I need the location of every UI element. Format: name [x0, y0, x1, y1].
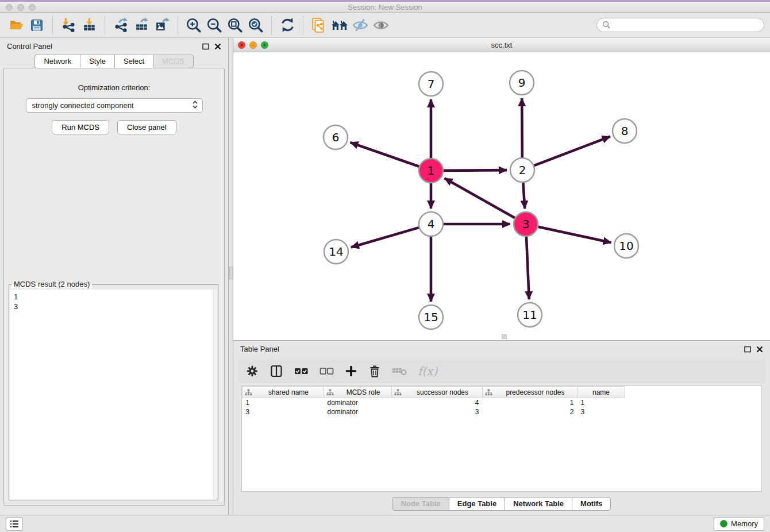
- cell-1-successor-nodes[interactable]: 3: [392, 407, 483, 417]
- open-session-button[interactable]: [6, 15, 26, 36]
- float-table-panel-icon[interactable]: [744, 346, 751, 353]
- control-panel: Control Panel NetworkStyleSelectMCDS Opt…: [0, 38, 228, 515]
- export-network-icon: [113, 17, 129, 33]
- cell-0-predecessor-nodes[interactable]: 1: [483, 398, 578, 408]
- toolbar-separator: [52, 16, 53, 34]
- mcds-result-textarea[interactable]: 1 3: [10, 290, 217, 499]
- tab-network[interactable]: Network: [34, 55, 80, 68]
- column-header-mcds-role[interactable]: MCDS role: [324, 387, 392, 398]
- add-column-plus-icon[interactable]: [345, 365, 357, 377]
- network-canvas[interactable]: 7968124314101511: [233, 52, 770, 340]
- network-hscroll-thumb[interactable]: [502, 334, 507, 339]
- cell-0-mcds-role[interactable]: dominator: [324, 398, 392, 408]
- toolbar-separator: [105, 16, 105, 34]
- select-all-checkboxes-icon[interactable]: [294, 367, 309, 376]
- network-close-icon[interactable]: ×: [238, 41, 245, 49]
- graph-edge-2-9[interactable]: [522, 98, 522, 157]
- network-minimize-icon[interactable]: −: [249, 41, 257, 49]
- panel-splitter[interactable]: [228, 38, 233, 515]
- memory-button[interactable]: Memory: [714, 517, 764, 531]
- function-builder-fx[interactable]: f(x): [418, 364, 437, 378]
- select-stepper-icon: [191, 100, 199, 109]
- zoom-in-button[interactable]: [183, 15, 204, 36]
- search-box[interactable]: [596, 18, 764, 32]
- cell-1-predecessor-nodes[interactable]: 2: [483, 407, 578, 417]
- control-panel-title: Control Panel: [7, 42, 52, 51]
- table-row-1[interactable]: 3dominator323: [242, 407, 762, 417]
- task-history-button[interactable]: [6, 517, 23, 531]
- cell-1-name[interactable]: 3: [578, 407, 625, 417]
- table-panel-strip: [233, 492, 770, 497]
- tab-edge-table[interactable]: Edge Table: [449, 497, 505, 511]
- first-neighbors-button[interactable]: [329, 15, 350, 36]
- table-settings-gear-icon[interactable]: [246, 365, 259, 377]
- apply-layout-button[interactable]: [277, 15, 298, 36]
- hide-selection-button[interactable]: [350, 15, 371, 36]
- graph-edge-2-3[interactable]: [523, 183, 525, 209]
- zoom-selected-button[interactable]: [245, 15, 266, 36]
- show-columns-icon[interactable]: [270, 364, 283, 378]
- close-panel-icon[interactable]: [214, 43, 221, 50]
- zoom-in-icon: [186, 17, 202, 33]
- close-panel-button[interactable]: Close panel: [117, 120, 176, 134]
- graph-node-label-10: 10: [619, 239, 633, 253]
- edges-group: [350, 98, 611, 302]
- export-image-button[interactable]: [152, 15, 172, 36]
- graph-edge-3-1[interactable]: [445, 178, 515, 218]
- network-maximize-icon[interactable]: +: [261, 41, 268, 49]
- cell-1-shared-name[interactable]: 3: [242, 407, 324, 417]
- task-list-icon: [10, 520, 19, 528]
- window-controls[interactable]: [6, 4, 36, 11]
- zoom-fit-button[interactable]: [225, 15, 245, 36]
- export-network-button[interactable]: [110, 15, 131, 36]
- save-session-button[interactable]: [26, 15, 47, 36]
- close-window-icon[interactable]: [6, 4, 13, 11]
- import-network-button[interactable]: [58, 15, 79, 36]
- column-header-shared-name[interactable]: shared name: [242, 387, 324, 398]
- graph-edge-1-6[interactable]: [350, 142, 419, 167]
- tab-network-table[interactable]: Network Table: [505, 497, 572, 511]
- column-header-predecessor-nodes[interactable]: predecessor nodes: [483, 387, 578, 398]
- table-panel-tabs: Node TableEdge TableNetwork TableMotifs: [233, 497, 770, 511]
- minimize-window-icon[interactable]: [17, 4, 24, 11]
- graph-edge-3-10[interactable]: [538, 227, 611, 243]
- tab-style[interactable]: Style: [80, 55, 114, 68]
- maximize-window-icon[interactable]: [29, 4, 36, 11]
- column-header-name[interactable]: name: [578, 387, 625, 398]
- new-network-from-selection-button[interactable]: [309, 15, 329, 36]
- zoom-out-button[interactable]: [204, 15, 225, 36]
- cell-0-name[interactable]: 1: [578, 398, 625, 408]
- export-table-button[interactable]: [131, 15, 152, 36]
- float-panel-icon[interactable]: [202, 43, 209, 50]
- tab-motifs[interactable]: Motifs: [572, 497, 611, 511]
- run-mcds-button[interactable]: Run MCDS: [52, 120, 109, 134]
- graph-edge-3-11[interactable]: [526, 237, 529, 299]
- column-header-successor-nodes[interactable]: successor nodes: [392, 387, 483, 398]
- import-table-button[interactable]: [79, 15, 99, 36]
- tab-node-table[interactable]: Node Table: [392, 497, 449, 511]
- graph-edge-4-14[interactable]: [351, 228, 419, 247]
- splitter-grip[interactable]: [229, 267, 233, 279]
- tab-select[interactable]: Select: [114, 55, 153, 68]
- graph-edge-1-2[interactable]: [444, 170, 507, 171]
- tab-mcds[interactable]: MCDS: [153, 55, 193, 68]
- graph-edge-2-8[interactable]: [534, 137, 610, 166]
- close-table-panel-icon[interactable]: [756, 346, 763, 353]
- criterion-select[interactable]: strongly connected component: [26, 98, 203, 113]
- result-scrollbar[interactable]: [213, 290, 217, 499]
- network-window-titlebar[interactable]: × − + scc.txt: [233, 38, 770, 52]
- show-hidden-button[interactable]: [371, 15, 391, 36]
- table-row-0[interactable]: 1dominator411: [242, 398, 762, 408]
- delete-column-trash-icon[interactable]: [368, 364, 381, 378]
- delete-table-icon[interactable]: [392, 366, 407, 376]
- cell-0-shared-name[interactable]: 1: [242, 398, 324, 408]
- control-panel-tabs: NetworkStyleSelectMCDS: [0, 55, 228, 68]
- graph-node-label-3: 3: [522, 217, 530, 231]
- cell-1-mcds-role[interactable]: dominator: [324, 407, 392, 417]
- clear-checkboxes-icon[interactable]: [319, 367, 334, 376]
- cell-filler: [625, 407, 762, 417]
- refresh-layout-icon: [280, 17, 295, 33]
- cell-0-successor-nodes[interactable]: 4: [392, 398, 483, 408]
- toolbar-separator: [271, 16, 272, 34]
- search-input[interactable]: [614, 21, 759, 29]
